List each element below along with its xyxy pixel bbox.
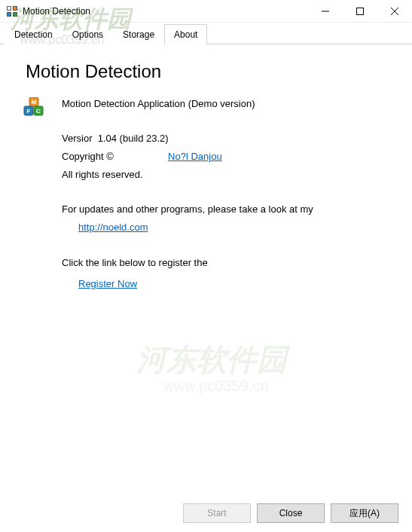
close-button[interactable]: Close	[257, 503, 325, 523]
start-button: Start	[183, 503, 251, 523]
watermark-overlay-2: 河东软件园 www.pc0359.cn	[0, 339, 412, 395]
page-title: Motion Detection	[26, 61, 391, 82]
about-panel: Motion Detection M F C Motion Detection …	[0, 44, 412, 310]
about-text: Motion Detection Application (Demo versi…	[62, 96, 391, 294]
close-icon	[391, 8, 398, 15]
tab-detection[interactable]: Detection	[5, 24, 63, 44]
version-label: Versior	[62, 133, 92, 144]
author-link[interactable]: No?l Danjou	[168, 151, 222, 162]
app-name-line: Motion Detection Application (Demo versi…	[62, 96, 391, 112]
button-bar: Start Close 应用(A)	[183, 503, 398, 523]
close-window-button[interactable]	[377, 0, 412, 23]
watermark-url-2: www.pc0359.cn	[20, 378, 412, 395]
tab-storage[interactable]: Storage	[113, 24, 164, 44]
maximize-button[interactable]	[343, 0, 377, 23]
mfc-icon: M F C	[23, 97, 44, 118]
rights-line: All rights reserved.	[62, 167, 391, 183]
window-controls	[308, 0, 412, 23]
minimize-icon	[322, 8, 329, 15]
tab-options[interactable]: Options	[63, 24, 113, 44]
svg-text:C: C	[36, 108, 41, 115]
apply-button[interactable]: 应用(A)	[331, 503, 398, 523]
svg-rect-1	[357, 8, 364, 14]
version-value: 1.04 (build 23.2)	[98, 133, 169, 144]
update-text: For updates and other programs, please t…	[62, 201, 391, 218]
copyright-label: Copyright ©	[62, 151, 114, 162]
app-icon	[6, 5, 18, 17]
watermark-logo-2: 河东软件园	[11, 339, 412, 381]
svg-text:M: M	[32, 99, 37, 105]
about-app-icon: M F C	[23, 97, 47, 294]
tab-bar: Detection Options Storage About	[0, 23, 412, 44]
maximize-icon	[356, 8, 364, 15]
svg-text:F: F	[27, 108, 31, 115]
tab-about[interactable]: About	[164, 24, 207, 44]
titlebar: Motion Detection	[0, 0, 412, 23]
register-link[interactable]: Register Now	[78, 278, 137, 289]
website-link[interactable]: http://noeld.com	[78, 222, 148, 233]
register-text: Click the link below to register the	[62, 255, 391, 271]
minimize-button[interactable]	[308, 0, 343, 23]
window-title: Motion Detection	[23, 6, 308, 17]
